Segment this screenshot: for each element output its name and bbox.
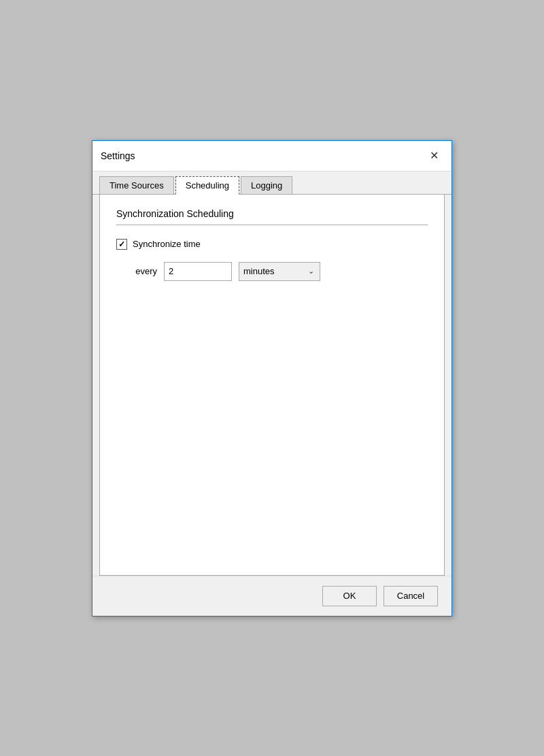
sync-checkbox-row: Synchronize time xyxy=(116,239,428,250)
tab-scheduling[interactable]: Scheduling xyxy=(175,176,239,195)
settings-dialog: Settings ✕ Time Sources Scheduling Loggi… xyxy=(92,140,452,617)
tab-content: Synchronization Scheduling Synchronize t… xyxy=(99,195,445,576)
interval-input[interactable] xyxy=(164,262,232,281)
tab-time-sources[interactable]: Time Sources xyxy=(99,176,174,195)
tab-logging[interactable]: Logging xyxy=(241,176,292,195)
window-title: Settings xyxy=(101,150,135,161)
units-select[interactable]: minutes hours days xyxy=(243,266,316,276)
section-title: Synchronization Scheduling xyxy=(116,208,428,225)
cancel-button[interactable]: Cancel xyxy=(384,586,438,606)
interval-row: every minutes hours days ⌄ xyxy=(123,262,428,281)
sync-checkbox[interactable] xyxy=(116,239,127,250)
tab-bar: Time Sources Scheduling Logging xyxy=(92,171,452,195)
close-button[interactable]: ✕ xyxy=(424,146,443,165)
title-bar: Settings ✕ xyxy=(92,141,452,171)
ok-button[interactable]: OK xyxy=(322,586,377,606)
sync-checkbox-label: Synchronize time xyxy=(133,239,201,249)
units-select-wrapper[interactable]: minutes hours days ⌄ xyxy=(239,262,320,281)
footer: OK Cancel xyxy=(92,576,452,616)
every-label: every xyxy=(123,266,157,276)
